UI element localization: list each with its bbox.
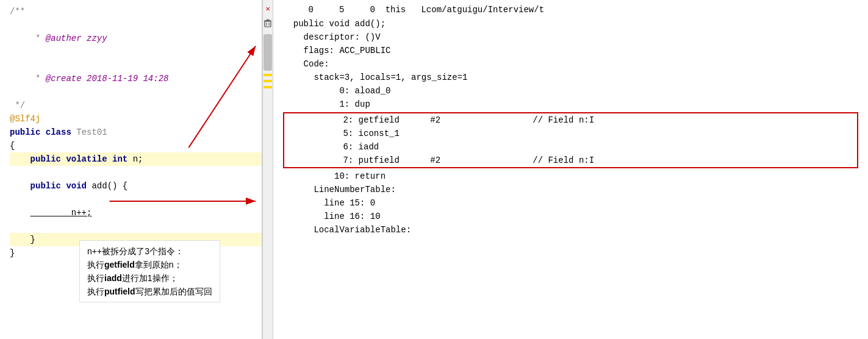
bytecode-line-12: 10: return [283, 170, 858, 183]
tooltip-line1: n++被拆分成了3个指令： [87, 244, 212, 258]
bytecode-line-7: 1: dup [283, 98, 858, 111]
bytecode-line-6: 0: aload_0 [283, 84, 858, 98]
code-line-7: { [10, 139, 262, 152]
header-text: 0 5 0 this Lcom/atguigu/Interview/t [288, 5, 544, 15]
tooltip-line4: 执行putfield写把累加后的值写回 [87, 285, 212, 298]
tooltip-line2: 执行getfield拿到原始n； [87, 258, 212, 271]
code-line-6: public class Test01 [10, 126, 262, 139]
code-line-9 [10, 166, 262, 179]
bytecode-line-10: 6: iadd [287, 140, 855, 154]
bytecode-line-1: public void add(); [283, 17, 858, 30]
code-line-1: /** [10, 5, 262, 18]
code-line-3: * @create 2018-11-19 14:28 [10, 59, 262, 99]
right-header-row: 0 5 0 this Lcom/atguigu/Interview/t [283, 2, 858, 17]
left-code-panel: /** * @auther zzyy * @create 2018-11-19 … [0, 0, 262, 339]
bytecode-line-3: flags: ACC_PUBLIC [283, 44, 858, 57]
tooltip-line3: 执行iadd进行加1操作； [87, 271, 212, 285]
bytecode-lines: public void add(); descriptor: ()V flags… [283, 17, 858, 237]
svg-rect-4 [265, 21, 271, 27]
bytecode-line-9: 5: iconst_1 [287, 127, 855, 140]
bytecode-line-16: LocalVariableTable: [283, 223, 858, 237]
scroll-marker-2 [264, 80, 272, 82]
scroll-marker-1 [264, 74, 272, 76]
code-line-8: public volatile int n; [10, 152, 262, 166]
bytecode-line-8: 2: getfield #2 // Field n:I [287, 113, 855, 127]
code-line-2: * @auther zzyy [10, 18, 262, 59]
bytecode-line-14: line 15: 0 [283, 196, 858, 210]
code-line-10: public void add() { [10, 179, 262, 193]
bytecode-line-2: descriptor: ()V [283, 30, 858, 44]
bytecode-line-11: 7: putfield #2 // Field n:I [287, 154, 855, 167]
trash-icon [264, 19, 272, 27]
right-bytecode-panel: 0 5 0 this Lcom/atguigu/Interview/t publ… [273, 0, 868, 339]
code-line-4: */ [10, 99, 262, 112]
code-line-5: @Slf4j [10, 112, 262, 126]
close-button[interactable]: ✕ [262, 2, 273, 15]
bytecode-line-4: Code: [283, 57, 858, 71]
bytecode-line-5: stack=3, locals=1, args_size=1 [283, 71, 858, 84]
svg-rect-6 [267, 20, 269, 21]
delete-button[interactable] [262, 17, 273, 29]
bytecode-line-13: LineNumberTable: [283, 183, 858, 196]
scrollbar-area: ✕ [262, 0, 273, 339]
scroll-thumb[interactable] [264, 34, 272, 71]
code-line-11: n++; [10, 193, 262, 233]
scroll-marker-3 [264, 86, 272, 88]
highlighted-bytecode-box: 2: getfield #2 // Field n:I 5: iconst_1 … [283, 112, 858, 168]
bytecode-line-15: line 16: 10 [283, 210, 858, 223]
tooltip-box: n++被拆分成了3个指令： 执行getfield拿到原始n； 执行iadd进行加… [79, 240, 220, 302]
